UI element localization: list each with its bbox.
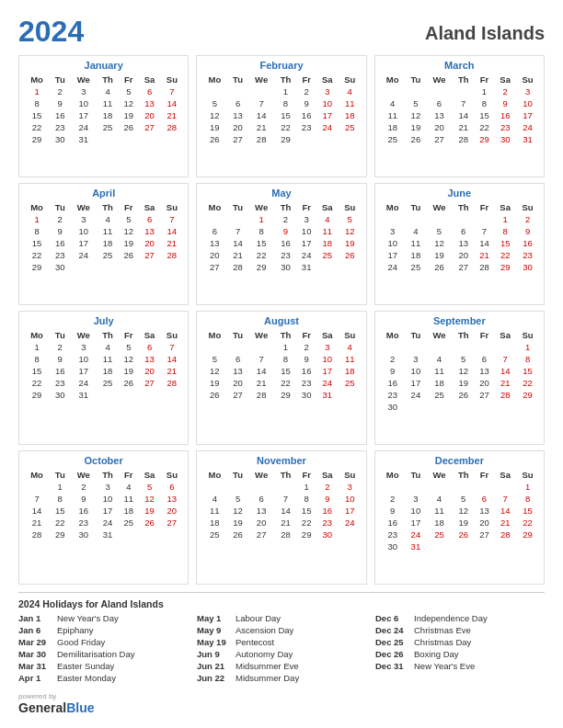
day-cell: 2 bbox=[296, 341, 316, 353]
day-cell bbox=[248, 341, 275, 353]
day-cell bbox=[516, 540, 539, 552]
holidays-columns: Jan 1New Year's DayJan 6EpiphanyMar 29Go… bbox=[18, 613, 545, 685]
day-cell bbox=[475, 401, 495, 413]
day-cell: 24 bbox=[70, 121, 97, 133]
day-cell bbox=[139, 529, 161, 540]
holiday-date: Dec 31 bbox=[375, 661, 408, 671]
day-cell: 26 bbox=[139, 517, 161, 529]
day-header: Sa bbox=[139, 74, 161, 85]
holidays-section: 2024 Holidays for Aland Islands Jan 1New… bbox=[18, 592, 545, 685]
day-cell: 26 bbox=[426, 261, 453, 273]
day-header: Su bbox=[516, 329, 539, 341]
day-cell: 13 bbox=[160, 493, 183, 505]
holiday-date: Mar 29 bbox=[18, 637, 52, 647]
month-block-may: MayMoTuWeThFrSaSu12345678910111213141516… bbox=[196, 183, 366, 305]
holiday-item: Jun 22Midsummer Day bbox=[197, 673, 366, 683]
day-cell: 18 bbox=[426, 377, 453, 389]
day-cell: 8 bbox=[296, 493, 316, 505]
day-cell: 23 bbox=[275, 249, 297, 261]
day-cell bbox=[475, 481, 495, 493]
day-cell: 22 bbox=[494, 249, 516, 261]
day-cell: 28 bbox=[475, 261, 495, 273]
day-cell: 7 bbox=[453, 97, 475, 109]
day-cell: 21 bbox=[248, 121, 275, 133]
day-header: Sa bbox=[316, 201, 339, 213]
day-cell: 19 bbox=[119, 365, 139, 377]
day-cell bbox=[475, 540, 495, 552]
holiday-column: Dec 6Independence DayDec 24Christmas Eve… bbox=[375, 613, 545, 685]
day-cell: 6 bbox=[139, 341, 161, 353]
day-cell: 5 bbox=[119, 341, 139, 353]
day-cell: 2 bbox=[494, 85, 516, 97]
day-cell: 3 bbox=[296, 213, 316, 225]
day-header: Su bbox=[160, 74, 183, 85]
day-cell: 23 bbox=[70, 517, 97, 529]
day-cell: 30 bbox=[70, 529, 97, 540]
holiday-name: Easter Monday bbox=[57, 673, 116, 683]
day-cell: 14 bbox=[160, 353, 183, 365]
day-cell: 27 bbox=[160, 517, 183, 529]
day-cell: 18 bbox=[316, 237, 339, 249]
day-header: Fr bbox=[475, 469, 495, 481]
day-cell bbox=[339, 133, 362, 145]
day-cell: 15 bbox=[494, 237, 516, 249]
day-cell bbox=[516, 401, 539, 413]
day-cell: 8 bbox=[475, 97, 495, 109]
day-cell bbox=[380, 213, 406, 225]
day-cell: 17 bbox=[70, 109, 97, 121]
holiday-name: New Year's Eve bbox=[414, 661, 475, 671]
day-cell: 7 bbox=[160, 85, 183, 97]
day-cell: 1 bbox=[296, 481, 316, 493]
day-cell: 3 bbox=[97, 481, 119, 493]
day-cell: 23 bbox=[50, 121, 70, 133]
day-header: Mo bbox=[201, 201, 227, 213]
day-header: Fr bbox=[296, 74, 316, 85]
day-cell: 16 bbox=[494, 109, 516, 121]
day-cell: 14 bbox=[494, 505, 516, 517]
day-header: Th bbox=[97, 469, 119, 481]
day-cell: 29 bbox=[24, 389, 50, 401]
day-cell: 6 bbox=[227, 353, 247, 365]
day-cell: 11 bbox=[426, 365, 453, 377]
day-cell: 27 bbox=[139, 249, 161, 261]
day-cell: 23 bbox=[516, 249, 539, 261]
day-cell: 13 bbox=[475, 505, 495, 517]
day-cell: 11 bbox=[339, 97, 362, 109]
day-cell: 10 bbox=[380, 237, 406, 249]
cal-table: MoTuWeThFrSaSu12345678910111213141516171… bbox=[201, 329, 361, 401]
day-cell: 14 bbox=[494, 365, 516, 377]
day-cell bbox=[139, 133, 161, 145]
day-cell: 11 bbox=[97, 97, 119, 109]
day-cell: 27 bbox=[453, 261, 475, 273]
day-header: Tu bbox=[50, 74, 70, 85]
day-cell: 4 bbox=[380, 97, 406, 109]
day-cell: 28 bbox=[494, 389, 516, 401]
day-cell: 10 bbox=[516, 97, 539, 109]
day-cell: 15 bbox=[50, 505, 70, 517]
day-cell: 23 bbox=[316, 517, 339, 529]
day-cell: 5 bbox=[426, 225, 453, 237]
month-name: November bbox=[201, 455, 361, 466]
day-cell: 2 bbox=[516, 213, 539, 225]
day-cell: 29 bbox=[248, 261, 275, 273]
day-cell: 3 bbox=[70, 85, 97, 97]
day-header: Tu bbox=[406, 74, 426, 85]
cal-table: MoTuWeThFrSaSu12345678910111213141516171… bbox=[24, 329, 183, 401]
day-cell: 4 bbox=[339, 85, 362, 97]
day-cell: 11 bbox=[316, 225, 339, 237]
day-cell: 8 bbox=[24, 97, 50, 109]
day-cell: 29 bbox=[516, 389, 539, 401]
holiday-item: Dec 26Boxing Day bbox=[375, 649, 545, 659]
day-header: Mo bbox=[380, 329, 406, 341]
day-header: We bbox=[426, 201, 453, 213]
day-cell: 15 bbox=[248, 237, 275, 249]
day-header: Tu bbox=[406, 469, 426, 481]
day-cell: 6 bbox=[139, 85, 161, 97]
day-cell: 17 bbox=[406, 377, 426, 389]
day-cell: 22 bbox=[516, 517, 539, 529]
day-cell: 7 bbox=[24, 493, 50, 505]
day-cell: 24 bbox=[316, 121, 339, 133]
day-cell: 12 bbox=[406, 109, 426, 121]
day-header: Fr bbox=[475, 74, 495, 85]
day-cell: 30 bbox=[50, 133, 70, 145]
